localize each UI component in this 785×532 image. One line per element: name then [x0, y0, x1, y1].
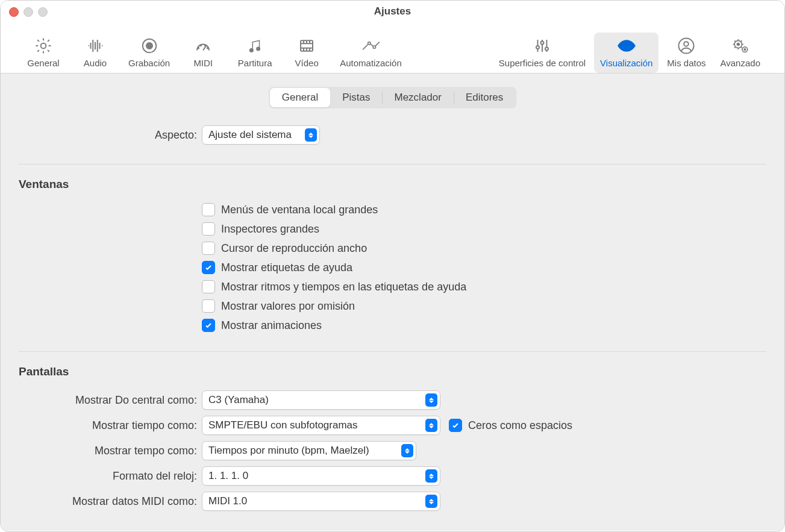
chk-label: Mostrar animaciones: [221, 319, 322, 332]
tab-label: Automatización: [340, 58, 402, 68]
appearance-label: Aspecto:: [19, 129, 202, 142]
content-area: General Pistas Mezclador Editores Aspect…: [1, 74, 784, 531]
preferences-toolbar: General Audio Grabación: [1, 22, 784, 74]
chk-show-tooltips[interactable]: Mostrar etiquetas de ayuda: [202, 261, 766, 274]
tab-recording[interactable]: Grabación: [122, 33, 176, 73]
svg-point-11: [373, 46, 375, 48]
svg-point-13: [540, 42, 543, 45]
section-displays: Pantallas Mostrar Do central como: C3 (Y…: [19, 351, 766, 530]
midi-as-value: MIDI 1.0: [208, 495, 425, 507]
chk-show-animations[interactable]: Mostrar animaciones: [202, 319, 766, 332]
svg-point-19: [737, 43, 739, 46]
popup-stepper-icon: [425, 393, 437, 407]
svg-point-0: [41, 43, 46, 49]
svg-point-17: [684, 42, 689, 46]
middle-c-value: C3 (Yamaha): [208, 394, 425, 406]
svg-point-7: [250, 49, 254, 52]
chk-label: Ceros como espacios: [468, 419, 572, 432]
tab-label: MIDI: [193, 58, 213, 68]
subtab-mixer[interactable]: Mezclador: [382, 88, 453, 107]
tab-label: Superficies de control: [499, 58, 586, 68]
section-windows: Ventanas Menús de ventana local grandes …: [19, 164, 766, 351]
middle-c-popup[interactable]: C3 (Yamaha): [202, 390, 440, 410]
time-as-label: Mostrar tiempo como:: [19, 419, 202, 432]
tab-label: General: [27, 58, 59, 68]
eye-icon: [617, 36, 636, 55]
chk-large-local-menus[interactable]: Menús de ventana local grandes: [202, 203, 766, 216]
tempo-as-value: Tiempos por minuto (bpm, Maelzel): [208, 445, 401, 457]
tab-midi[interactable]: MIDI: [178, 33, 228, 73]
gear-icon: [34, 36, 53, 55]
tab-label: Grabación: [128, 58, 170, 68]
appearance-popup[interactable]: Ajuste del sistema: [202, 125, 320, 145]
appearance-value: Ajuste del sistema: [208, 129, 305, 141]
tab-label: Vídeo: [295, 58, 319, 68]
svg-point-2: [146, 43, 152, 49]
chk-label: Menús de ventana local grandes: [221, 204, 378, 216]
titlebar: Ajustes: [1, 1, 784, 22]
section-appearance: Aspecto: Ajuste del sistema: [19, 125, 766, 164]
chk-show-defaults[interactable]: Mostrar valores por omisión: [202, 299, 766, 313]
chk-large-inspectors[interactable]: Inspectores grandes: [202, 222, 766, 236]
close-button[interactable]: [9, 7, 19, 17]
popup-stepper-icon: [425, 469, 437, 483]
subtab-tracks[interactable]: Pistas: [330, 88, 382, 107]
svg-point-6: [207, 48, 208, 49]
popup-stepper-icon: [425, 419, 437, 432]
time-as-popup[interactable]: SMPTE/EBU con subfotogramas: [202, 416, 440, 435]
svg-point-14: [545, 48, 548, 51]
tab-control-surfaces[interactable]: Superficies de control: [493, 33, 592, 73]
midi-as-label: Mostrar datos MIDI como:: [19, 495, 202, 508]
tab-score[interactable]: Partitura: [230, 33, 280, 73]
svg-point-5: [205, 45, 206, 46]
tab-display[interactable]: Visualización: [594, 33, 658, 73]
chk-label: Mostrar ritmos y tiempos en las etiqueta…: [221, 281, 466, 293]
window-controls: [9, 7, 48, 17]
tab-video[interactable]: Vídeo: [282, 33, 331, 73]
clock-format-popup[interactable]: 1. 1. 1. 0: [202, 466, 440, 486]
svg-point-10: [367, 42, 370, 45]
tab-my-data[interactable]: Mis datos: [661, 33, 712, 73]
tempo-as-popup[interactable]: Tiempos por minuto (bpm, Maelzel): [202, 441, 416, 460]
popup-stepper-icon: [305, 128, 317, 142]
subtab-editors[interactable]: Editores: [454, 88, 515, 107]
popup-stepper-icon: [401, 444, 413, 457]
subtab-general[interactable]: General: [270, 88, 330, 107]
tab-automation[interactable]: Automatización: [334, 33, 408, 73]
record-icon: [140, 36, 159, 55]
gears-icon: [731, 36, 750, 55]
display-subtabs: General Pistas Mezclador Editores: [269, 87, 517, 108]
tab-label: Audio: [84, 58, 107, 68]
chk-zeros-as-spaces[interactable]: Ceros como espacios: [449, 419, 572, 432]
chk-label: Inspectores grandes: [221, 223, 319, 236]
svg-point-21: [744, 49, 745, 50]
waveform-icon: [86, 36, 105, 55]
music-notes-icon: [245, 36, 264, 55]
midi-as-popup[interactable]: MIDI 1.0: [202, 492, 440, 511]
chk-wide-playhead[interactable]: Cursor de reproducción ancho: [202, 242, 766, 255]
windows-options: Menús de ventana local grandes Inspector…: [19, 203, 766, 332]
displays-title: Pantallas: [19, 365, 766, 378]
settings-window: Ajustes General Audio: [0, 0, 785, 532]
middle-c-label: Mostrar Do central como:: [19, 394, 202, 407]
tab-label: Mis datos: [667, 58, 705, 68]
tab-advanced[interactable]: Avanzado: [715, 33, 766, 73]
svg-point-15: [624, 43, 629, 48]
automation-icon: [361, 36, 381, 55]
svg-point-12: [536, 46, 539, 49]
filmstrip-icon: [297, 36, 316, 55]
tab-general[interactable]: General: [19, 33, 68, 73]
svg-point-4: [201, 45, 202, 46]
zoom-button[interactable]: [38, 7, 48, 17]
chk-label: Cursor de reproducción ancho: [221, 242, 367, 255]
chk-label: Mostrar valores por omisión: [221, 300, 355, 313]
clock-format-value: 1. 1. 1. 0: [208, 470, 425, 482]
chk-beats-times-tooltips[interactable]: Mostrar ritmos y tiempos en las etiqueta…: [202, 280, 766, 293]
minimize-button[interactable]: [23, 7, 33, 17]
gauge-icon: [193, 36, 213, 55]
tab-audio[interactable]: Audio: [70, 33, 120, 73]
svg-point-8: [257, 47, 260, 51]
svg-point-3: [198, 48, 199, 49]
time-as-value: SMPTE/EBU con subfotogramas: [208, 419, 425, 431]
tab-label: Visualización: [600, 58, 652, 68]
